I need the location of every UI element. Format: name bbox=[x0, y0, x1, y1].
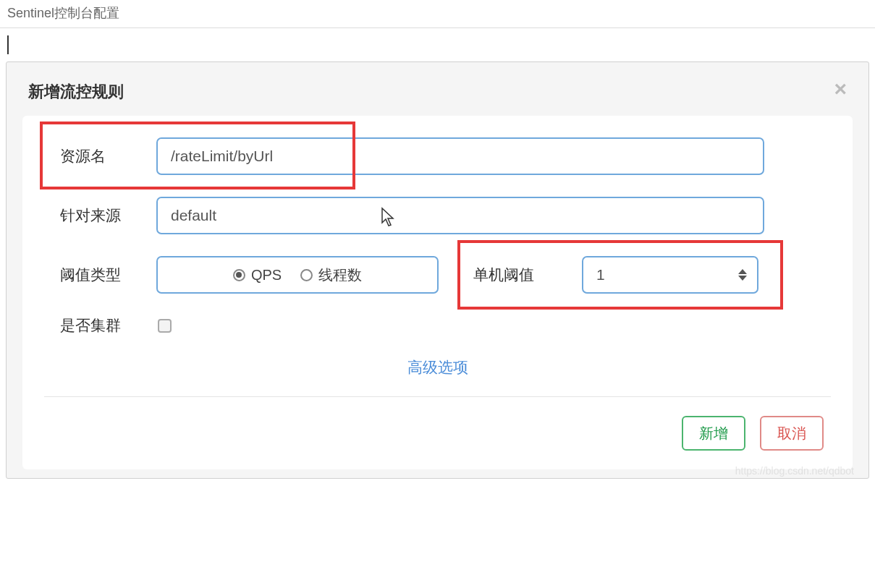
close-icon[interactable]: × bbox=[834, 78, 847, 100]
dialog-body: 资源名 针对来源 阈值类型 QPS 线程数 bbox=[22, 116, 853, 469]
dialog-footer: 新增 取消 bbox=[44, 416, 831, 451]
threshold-row: 阈值类型 QPS 线程数 单机阈值 1 bbox=[44, 256, 831, 294]
submit-button[interactable]: 新增 bbox=[682, 416, 745, 451]
watermark: https://blog.csdn.net/qdbot bbox=[735, 465, 854, 477]
text-caret bbox=[7, 35, 9, 54]
number-spinner[interactable] bbox=[738, 269, 747, 281]
radio-qps-label: QPS bbox=[251, 267, 282, 284]
dialog-header: 新增流控规则 × bbox=[7, 62, 868, 116]
chevron-down-icon[interactable] bbox=[738, 276, 747, 281]
cancel-button[interactable]: 取消 bbox=[760, 416, 824, 451]
chevron-up-icon[interactable] bbox=[738, 269, 747, 274]
radio-threads-label: 线程数 bbox=[318, 265, 362, 285]
resource-name-label: 资源名 bbox=[44, 146, 156, 166]
source-row: 针对来源 bbox=[44, 197, 831, 234]
single-threshold-label: 单机阈值 bbox=[473, 265, 582, 285]
radio-threads[interactable]: 线程数 bbox=[300, 265, 362, 285]
resource-name-input[interactable] bbox=[156, 137, 764, 175]
radio-icon bbox=[300, 269, 313, 281]
cluster-label: 是否集群 bbox=[44, 315, 156, 336]
dialog-title: 新增流控规则 bbox=[28, 81, 124, 103]
resource-name-row: 资源名 bbox=[44, 137, 831, 175]
threshold-type-group: 阈值类型 QPS 线程数 bbox=[44, 256, 439, 294]
single-threshold-value: 1 bbox=[596, 266, 605, 284]
single-threshold-group: 单机阈值 1 bbox=[473, 256, 758, 294]
cluster-checkbox[interactable] bbox=[158, 319, 172, 333]
divider bbox=[44, 396, 831, 397]
radio-icon bbox=[233, 269, 245, 281]
threshold-type-label: 阈值类型 bbox=[44, 265, 156, 285]
source-input[interactable] bbox=[156, 197, 764, 234]
threshold-type-radio-group: QPS 线程数 bbox=[156, 256, 439, 294]
radio-qps[interactable]: QPS bbox=[233, 267, 282, 284]
cluster-row: 是否集群 bbox=[44, 315, 831, 336]
source-label: 针对来源 bbox=[44, 205, 156, 226]
add-flow-rule-dialog: 新增流控规则 × 资源名 针对来源 阈值类型 QPS bbox=[6, 61, 869, 479]
single-threshold-input[interactable]: 1 bbox=[582, 256, 758, 294]
advanced-options-link[interactable]: 高级选项 bbox=[44, 357, 831, 378]
page-title: Sentinel控制台配置 bbox=[0, 0, 875, 28]
